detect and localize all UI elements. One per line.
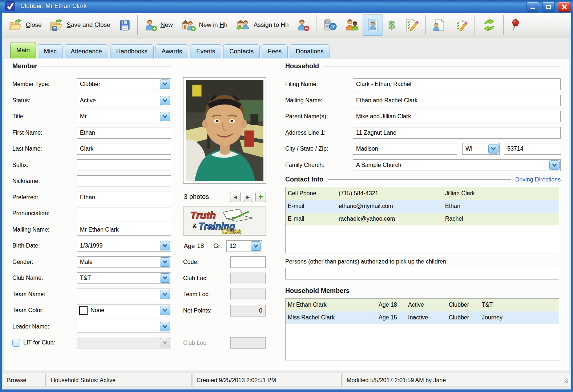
tab-contacts[interactable]: Contacts — [223, 44, 260, 58]
tab-misc[interactable]: Misc — [38, 44, 63, 58]
previous-photo-button[interactable]: ◀ — [230, 192, 241, 202]
fees-button[interactable]: $ — [383, 15, 400, 36]
suffix-field[interactable] — [77, 159, 171, 171]
member-mailing-name-label: Mailing Name: — [12, 226, 77, 233]
first-name-row: First Name: — [12, 127, 171, 139]
team-name-select[interactable] — [77, 289, 171, 300]
title-row: Title: Mr — [12, 111, 171, 122]
next-photo-button[interactable]: ▶ — [243, 192, 253, 202]
photo-frame-person-icon — [367, 19, 379, 32]
household-member-row[interactable]: Miss Rachel Clark Age 15 Inactive Clubbe… — [286, 311, 559, 324]
section-divider — [323, 66, 561, 66]
code-row: Code: — [183, 256, 266, 268]
address-line1-field[interactable] — [353, 127, 561, 139]
preferred-field[interactable] — [77, 192, 171, 203]
chevron-down-icon[interactable] — [488, 144, 499, 154]
chevron-down-icon[interactable] — [160, 241, 170, 250]
minimize-button[interactable] — [526, 2, 539, 12]
app-checkmark-icon — [5, 1, 15, 13]
add-photo-button[interactable]: + — [255, 192, 266, 202]
chevron-down-icon[interactable] — [160, 273, 170, 283]
household-mailing-name-field[interactable] — [353, 95, 561, 106]
grade-select[interactable]: 12 — [226, 240, 262, 252]
household-member-row[interactable]: Mr Ethan Clark Age 18 Active Clubber T&T — [286, 299, 559, 311]
status-select[interactable]: Active — [77, 95, 171, 106]
tab-attendance[interactable]: Attendance — [65, 44, 108, 58]
tab-main[interactable]: Main — [10, 42, 36, 58]
parent-names-label: Parent Name(s): — [285, 113, 353, 120]
new-in-household-button[interactable]: New in Hh — [177, 15, 231, 36]
last-name-row: Last Name: — [12, 143, 171, 155]
chevron-down-icon[interactable] — [160, 112, 170, 121]
zip-field[interactable] — [504, 143, 561, 155]
refresh-button[interactable] — [477, 15, 501, 36]
photos-button[interactable] — [363, 15, 383, 36]
filing-name-field[interactable] — [353, 78, 561, 90]
tab-fees[interactable]: Fees — [262, 44, 288, 58]
club-name-row: Club Name: T&T — [12, 272, 171, 284]
save-and-close-button[interactable]: Save and Close — [45, 15, 114, 36]
contact-row[interactable]: E-mail rachaelc@yahoo.com Rachel — [286, 213, 559, 225]
parent-names-field[interactable] — [353, 111, 561, 122]
driving-directions-link[interactable]: Driving Directions — [515, 176, 561, 183]
city-field[interactable] — [353, 143, 457, 155]
modified-status: Modified 5/5/2017 2:01:59 AM by Jane — [343, 374, 570, 387]
tab-events[interactable]: Events — [190, 44, 221, 58]
household-section-title: Household — [285, 62, 319, 70]
resize-grip[interactable] — [563, 379, 569, 385]
person-report-button[interactable] — [428, 15, 449, 36]
remove-from-household-button[interactable] — [292, 15, 314, 36]
chevron-down-icon[interactable] — [549, 160, 560, 170]
chevron-down-icon[interactable] — [160, 96, 170, 105]
report-checklist-button[interactable] — [449, 15, 472, 36]
contact-info-button[interactable]: @ — [319, 15, 341, 36]
leader-name-select[interactable] — [77, 321, 171, 332]
last-name-field[interactable] — [77, 143, 171, 155]
city-state-zip-label: City / State / Zip: — [285, 146, 353, 152]
chevron-down-icon[interactable] — [160, 79, 170, 89]
close-button[interactable]: Close — [5, 15, 45, 36]
pin-button[interactable] — [506, 15, 524, 36]
code-field[interactable] — [230, 256, 266, 268]
pronunciation-field[interactable] — [77, 208, 171, 219]
document-pencil-icon — [453, 19, 468, 32]
new-button[interactable]: New — [140, 15, 177, 36]
lit-for-club-checkbox[interactable] — [12, 339, 20, 347]
contact-info-table: Cell Phone (715) 584-4321 Jillian Clark … — [285, 187, 559, 253]
member-type-select[interactable]: Clubber — [77, 78, 171, 90]
title-select[interactable]: Mr — [77, 111, 171, 122]
gender-select[interactable]: Male — [77, 256, 171, 268]
tab-donations[interactable]: Donations — [290, 44, 330, 58]
first-name-field[interactable] — [77, 127, 171, 139]
member-mailing-name-field[interactable] — [77, 224, 171, 236]
close-window-button[interactable] — [558, 2, 570, 12]
team-color-select[interactable]: None — [77, 305, 171, 316]
nickname-field[interactable] — [77, 175, 171, 187]
contact-row[interactable]: Cell Phone (715) 584-4321 Jillian Clark — [286, 187, 559, 200]
svg-text:Clubs: Clubs — [222, 227, 241, 234]
save-button[interactable] — [114, 15, 135, 36]
contact-info-title: Contact Info — [285, 176, 323, 183]
member-section-title: Member — [12, 62, 37, 70]
awards-checklist-button[interactable] — [400, 15, 423, 36]
family-church-select[interactable]: A Sample Church — [353, 159, 561, 171]
team-name-row: Team Name: — [12, 289, 171, 300]
birth-date-select[interactable]: 1/3/1999 — [77, 240, 171, 252]
chevron-down-icon[interactable] — [160, 306, 170, 315]
contact-row[interactable]: E-mail ethanc@mymail.com Ethan — [286, 200, 559, 213]
maximize-button[interactable] — [542, 2, 555, 12]
authorized-persons-field[interactable] — [285, 268, 559, 279]
club-loc-row: Club Loc: — [183, 273, 266, 284]
chevron-down-icon[interactable] — [160, 290, 170, 299]
state-select[interactable]: WI — [462, 143, 500, 155]
tab-handbooks[interactable]: Handbooks — [110, 44, 154, 58]
chevron-down-icon[interactable] — [160, 322, 170, 331]
main-panel: Member Member Type: Clubber Status: Acti… — [4, 58, 569, 370]
club-name-select[interactable]: T&T — [77, 272, 171, 284]
household-members-button[interactable] — [341, 15, 363, 36]
assign-to-household-button[interactable]: Assign to Hh — [231, 15, 292, 36]
chevron-down-icon[interactable] — [251, 241, 261, 251]
city-state-zip-row: City / State / Zip: WI — [285, 143, 561, 155]
chevron-down-icon[interactable] — [160, 257, 170, 267]
tab-awards[interactable]: Awards — [156, 44, 188, 58]
